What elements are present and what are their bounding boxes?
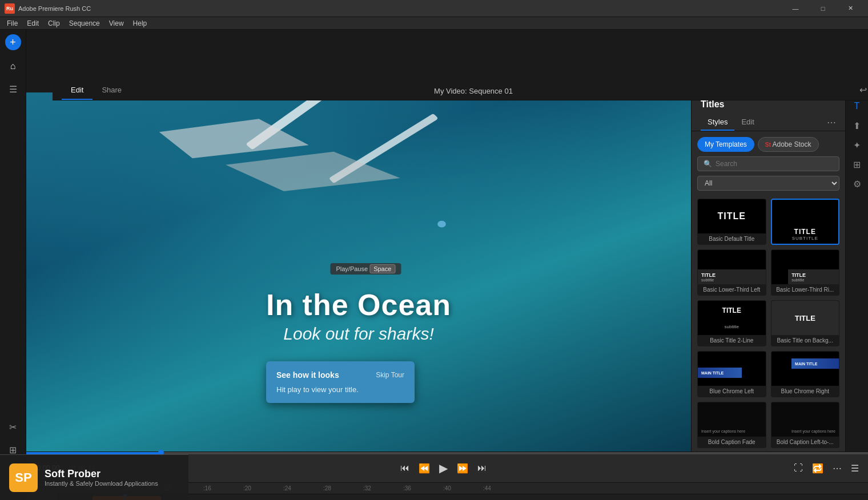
play-button[interactable]: ▶ bbox=[437, 459, 450, 477]
template-label: Basic Title on Backg... bbox=[771, 335, 839, 346]
template-bold-caption-fade[interactable]: Insert your captions here Bold Caption F… bbox=[697, 402, 766, 448]
my-templates-tab[interactable]: My Templates bbox=[697, 137, 754, 152]
watermark-logo: SP bbox=[9, 463, 38, 492]
adobe-stock-tab[interactable]: St Adobe Stock bbox=[758, 137, 819, 152]
app-logo: Ru bbox=[5, 3, 15, 14]
tab-edit[interactable]: Edit bbox=[62, 81, 93, 100]
template-basic-lower-third-c[interactable]: TITLE SUBTITLE Basic Lower-Third C... bbox=[771, 199, 840, 245]
search-input[interactable] bbox=[716, 160, 833, 168]
template-label: Basic Lower-Third Left bbox=[698, 284, 766, 295]
template-blue-chrome-left[interactable]: MAIN TITLE Blue Chrome Left bbox=[697, 351, 766, 397]
template-basic-lower-third-left[interactable]: TITLE subtitle Basic Lower-Third Left bbox=[697, 249, 766, 296]
template-label: Basic Lower-Third Ri... bbox=[771, 284, 839, 295]
watermark-name: Soft Prober bbox=[45, 468, 158, 480]
menu-help[interactable]: Help bbox=[128, 17, 152, 30]
video-main-title: In the Ocean bbox=[93, 288, 624, 322]
tour-popup: See how it looks Skip Tour Hit play to v… bbox=[266, 361, 415, 403]
transitions-icon[interactable]: ⊞ bbox=[848, 155, 866, 174]
window-controls: — □ ✕ bbox=[782, 0, 863, 17]
undo-button[interactable]: ↩ bbox=[859, 84, 867, 95]
tour-title: See how it looks bbox=[276, 370, 339, 380]
top-nav: Edit Share My Video: Sequence 01 ↩ 💬 bbox=[53, 81, 868, 100]
template-basic-lower-third-right[interactable]: TITLE subtitle Basic Lower-Third Ri... bbox=[771, 249, 840, 296]
tab-share[interactable]: Share bbox=[93, 81, 131, 100]
effects-icon[interactable]: ✦ bbox=[848, 136, 866, 154]
search-icon: 🔍 bbox=[704, 160, 712, 168]
sidebar-media-icon[interactable]: ☰ bbox=[3, 79, 23, 99]
watermark: SP Soft Prober Instantly & Safely Downlo… bbox=[0, 454, 188, 500]
right-panel: Titles Styles Edit ⋯ My Templates St Ado… bbox=[691, 92, 845, 451]
menu-clip[interactable]: Clip bbox=[43, 17, 65, 30]
frame-forward-button[interactable]: ⏩ bbox=[455, 461, 471, 476]
template-basic-default[interactable]: TITLE Basic Default Title bbox=[697, 199, 766, 245]
rp-template-tabs: My Templates St Adobe Stock bbox=[692, 131, 845, 152]
right-icon-bar: T ⬆ ✦ ⊞ ⚙ bbox=[845, 92, 868, 451]
sidebar-home-icon[interactable]: ⌂ bbox=[3, 56, 23, 76]
close-button[interactable]: ✕ bbox=[837, 0, 863, 17]
tab-edit[interactable]: Edit bbox=[734, 114, 761, 131]
export-icon[interactable]: ⬆ bbox=[848, 116, 866, 135]
template-basic-title-on-bg[interactable]: TITLE Basic Title on Backg... bbox=[771, 300, 840, 346]
project-title: My Video: Sequence 01 bbox=[434, 87, 513, 95]
left-sidebar: + ⌂ ☰ ✂ ⊞ 🗑 bbox=[0, 30, 26, 483]
titlebar-left: Ru Adobe Premiere Rush CC bbox=[5, 3, 91, 14]
more-options-button[interactable]: ⋯ bbox=[830, 461, 844, 476]
tour-body: Hit play to view your title. bbox=[276, 385, 404, 394]
minimize-button[interactable]: — bbox=[782, 0, 809, 17]
video-subtitle: Look out for sharks! bbox=[93, 324, 624, 344]
rewind-button[interactable]: ⏪ bbox=[416, 461, 432, 476]
tour-skip-button[interactable]: Skip Tour bbox=[376, 371, 404, 379]
menu-edit[interactable]: Edit bbox=[22, 17, 43, 30]
template-label: Basic Lower-Third C... bbox=[772, 244, 839, 245]
rp-more-button[interactable]: ⋯ bbox=[827, 117, 836, 128]
add-button[interactable]: + bbox=[5, 34, 21, 50]
settings-icon[interactable]: ⚙ bbox=[848, 175, 866, 193]
template-bold-caption-left[interactable]: Insert your captions here Bold Caption L… bbox=[771, 402, 840, 448]
menu-view[interactable]: View bbox=[105, 17, 128, 30]
templates-grid: TITLE Basic Default Title TITLE SUBTITLE bbox=[692, 195, 845, 451]
template-label: Bold Caption Fade bbox=[698, 437, 766, 447]
app-name: Adobe Premiere Rush CC bbox=[18, 5, 91, 12]
svg-point-4 bbox=[437, 221, 446, 228]
watermark-text: Soft Prober Instantly & Safely Download … bbox=[45, 468, 158, 487]
right-panel-tabs: Styles Edit ⋯ bbox=[701, 114, 836, 131]
template-blue-chrome-right[interactable]: MAIN TITLE Blue Chrome Right bbox=[771, 351, 840, 397]
template-label: Basic Title 2-Line bbox=[698, 335, 766, 346]
right-panel-title: Titles bbox=[701, 99, 836, 110]
skip-to-end-button[interactable]: ⏭ bbox=[475, 461, 489, 475]
skip-to-start-button[interactable]: ⏮ bbox=[398, 461, 412, 475]
template-label: Bold Caption Left-to-... bbox=[771, 437, 839, 447]
template-label: Basic Default Title bbox=[698, 233, 766, 244]
menu-button[interactable]: ☰ bbox=[849, 461, 861, 476]
template-basic-title-2line[interactable]: TITLE subtitle Basic Title 2-Line bbox=[697, 300, 766, 346]
watermark-tagline: Instantly & Safely Download Applications bbox=[45, 480, 158, 487]
tab-styles[interactable]: Styles bbox=[701, 114, 734, 131]
menubar: File Edit Clip Sequence View Help bbox=[0, 17, 868, 30]
filter-select[interactable]: All bbox=[697, 176, 839, 191]
menu-file[interactable]: File bbox=[2, 17, 22, 30]
filter-container: All bbox=[697, 176, 839, 191]
sidebar-cut-icon[interactable]: ✂ bbox=[3, 417, 23, 437]
maximize-button[interactable]: □ bbox=[810, 0, 836, 17]
template-label: Blue Chrome Left bbox=[698, 386, 766, 397]
search-container: 🔍 bbox=[697, 156, 839, 171]
menu-sequence[interactable]: Sequence bbox=[65, 17, 105, 30]
loop-button[interactable]: 🔁 bbox=[810, 461, 826, 476]
fullscreen-button[interactable]: ⛶ bbox=[791, 461, 805, 475]
template-label: Blue Chrome Right bbox=[771, 386, 839, 397]
